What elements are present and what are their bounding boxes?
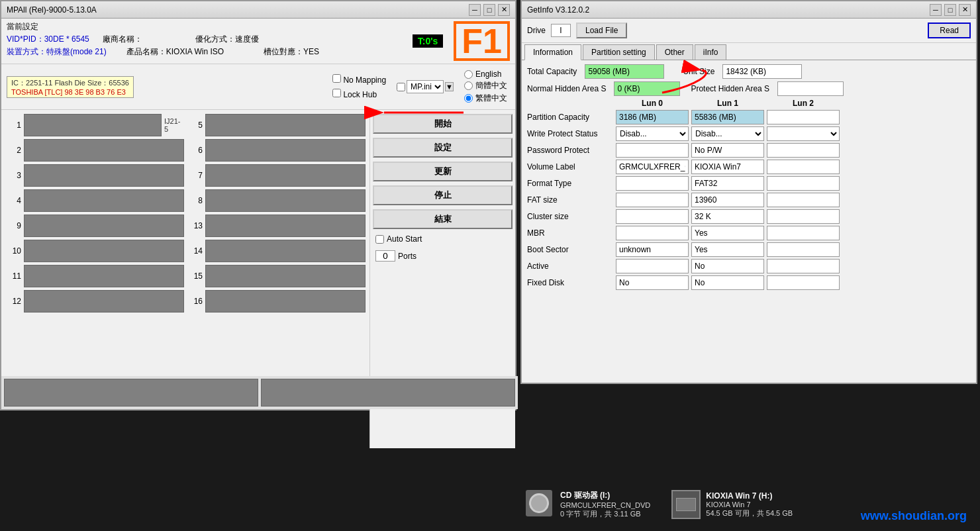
no-mapping-check[interactable]: [332, 74, 341, 83]
bottom-drive-bar: CD 驱动器 (I:) GRMCULXFRER_CN_DVD 0 字节 可用，共…: [520, 478, 980, 531]
manufacturer-label: 廠商名稱：: [103, 34, 142, 45]
lun2-fixed-input[interactable]: [767, 275, 840, 290]
lun1-write-protect-select[interactable]: Disab...: [691, 126, 764, 141]
lun1-format-input[interactable]: [691, 176, 764, 191]
slot-row-10: 10: [5, 240, 184, 262]
restore-button[interactable]: □: [483, 4, 495, 16]
protect-hidden-input[interactable]: [777, 81, 844, 96]
ini-dropdown-arrow[interactable]: ▼: [445, 82, 454, 91]
slot-label-1: IJ21-5: [164, 117, 184, 133]
ports-area: Ports: [373, 248, 513, 264]
normal-hidden-input[interactable]: [614, 81, 680, 96]
slot-row-8: 8: [187, 189, 366, 212]
slot-row-9: 9: [5, 215, 184, 237]
lun1-active-input[interactable]: [691, 259, 764, 273]
ports-input[interactable]: [375, 250, 395, 262]
fixed-disk-row: Fixed Disk: [527, 275, 971, 290]
format-type-row: Format Type: [527, 176, 971, 191]
tab-iinfo[interactable]: iInfo: [695, 44, 727, 60]
lun2-partition-input[interactable]: [767, 110, 840, 124]
read-button[interactable]: Read: [928, 23, 971, 38]
password-protect-row: Password Protect: [527, 143, 971, 158]
load-file-button[interactable]: Load File: [576, 23, 627, 38]
lun1-boot-input[interactable]: [691, 242, 764, 257]
timer-display: T:0's: [413, 34, 444, 48]
lun2-fat-input[interactable]: [767, 193, 840, 207]
radio-simple-chinese[interactable]: 簡體中文: [464, 80, 507, 91]
minimize-button[interactable]: ─: [469, 4, 481, 16]
lun2-format-input[interactable]: [767, 176, 840, 191]
tab-information[interactable]: Information: [524, 44, 581, 60]
getinfo-close-button[interactable]: ✕: [959, 4, 971, 16]
lun2-password-input[interactable]: [767, 143, 840, 158]
lun1-fixed-input[interactable]: [691, 275, 764, 290]
mpall-title: MPAll (Rel)-9000-5.13.0A: [7, 5, 97, 15]
slot-row-7: 7: [187, 164, 366, 187]
lun0-format-input[interactable]: [616, 176, 689, 191]
auto-start-check[interactable]: [375, 235, 384, 244]
getinfo-minimize-button[interactable]: ─: [930, 4, 942, 16]
radio-trad-chinese[interactable]: 繁體中文: [464, 93, 507, 104]
lun0-active-input[interactable]: [616, 259, 689, 273]
slot-num-14: 14: [187, 246, 203, 256]
slot-num-7: 7: [187, 171, 203, 180]
lun0-partition-input[interactable]: [616, 110, 689, 124]
lock-hub-check[interactable]: [332, 89, 341, 97]
format-type-label: Format Type: [527, 179, 613, 188]
trad-chinese-radio[interactable]: [464, 94, 473, 103]
lun1-cluster-input[interactable]: [691, 209, 764, 224]
lun0-boot-input[interactable]: [616, 242, 689, 257]
getinfo-maximize-button[interactable]: □: [944, 4, 956, 16]
tabs-bar: Information Partition setting Other iInf…: [522, 43, 976, 60]
lun0-password-input[interactable]: [616, 143, 689, 158]
slot-num-5: 5: [187, 121, 203, 130]
lun0-cluster-input[interactable]: [616, 209, 689, 224]
getinfo-window-controls: ─ □ ✕: [930, 4, 971, 16]
lun2-volume-input[interactable]: [767, 160, 840, 174]
tab-other[interactable]: Other: [656, 44, 693, 60]
lun0-fixed-input[interactable]: [616, 275, 689, 290]
lun2-write-protect-select[interactable]: [767, 126, 840, 141]
lun2-header: Lun 2: [767, 99, 840, 108]
slot-bar-8: [205, 189, 366, 212]
lun1-fat-input[interactable]: [691, 193, 764, 207]
close-button[interactable]: ✕: [498, 4, 510, 16]
ini-dropdown[interactable]: MP.ini: [407, 80, 444, 93]
lun2-boot-input[interactable]: [767, 242, 840, 257]
slot-num-8: 8: [187, 196, 203, 205]
simple-chinese-radio[interactable]: [464, 81, 473, 90]
lun1-header: Lun 1: [691, 99, 764, 108]
tab-partition-setting[interactable]: Partition setting: [583, 44, 655, 60]
lun2-cluster-input[interactable]: [767, 209, 840, 224]
slot-num-10: 10: [5, 246, 21, 256]
boot-sector-row: Boot Sector: [527, 242, 971, 257]
lun0-write-protect-select[interactable]: Disab...: [616, 126, 689, 141]
lun1-partition-input[interactable]: [691, 110, 764, 124]
lun0-fat-input[interactable]: [616, 193, 689, 207]
slot-row-4: 4: [5, 189, 184, 212]
ini-checkbox[interactable]: [397, 83, 405, 91]
lun1-volume-input[interactable]: [691, 160, 764, 174]
lun1-password-input[interactable]: [691, 143, 764, 158]
lun0-mbr-input[interactable]: [616, 226, 689, 240]
settings-button[interactable]: 設定: [373, 138, 513, 158]
lun0-volume-input[interactable]: [616, 160, 689, 174]
exit-button[interactable]: 結束: [373, 209, 513, 229]
english-radio[interactable]: [464, 70, 473, 79]
lock-hub-checkbox[interactable]: Lock Hub: [330, 87, 389, 101]
ic-info-box: IC：2251-11 Flash Die Size：65536 TOSHIBA …: [7, 76, 134, 98]
start-button[interactable]: 開始: [373, 114, 513, 134]
radio-english[interactable]: English: [464, 70, 507, 79]
lun2-mbr-input[interactable]: [767, 226, 840, 240]
lun1-mbr-input[interactable]: [691, 226, 764, 240]
total-capacity-input[interactable]: [585, 64, 664, 79]
stop-button[interactable]: 停止: [373, 185, 513, 205]
unit-size-input[interactable]: [722, 64, 802, 79]
no-mapping-checkbox[interactable]: No Mapping: [330, 73, 389, 86]
slot-row-12: 12: [5, 290, 184, 313]
update-button[interactable]: 更新: [373, 162, 513, 181]
slot-row-5: 5: [187, 114, 366, 136]
slot-row-15: 15: [187, 265, 366, 287]
drive-input[interactable]: [551, 24, 571, 37]
lun2-active-input[interactable]: [767, 259, 840, 273]
